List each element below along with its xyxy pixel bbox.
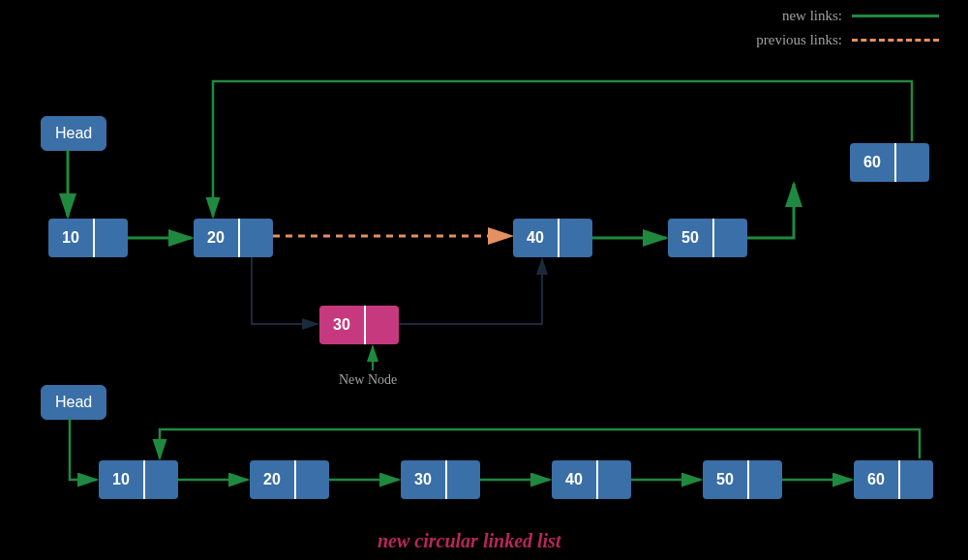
top-node-50-ptr xyxy=(712,219,747,257)
legend-previous-links-line xyxy=(852,39,939,42)
bottom-node-40-ptr xyxy=(596,460,631,499)
bottom-node-20: 20 xyxy=(250,460,329,499)
legend-new-links: new links: xyxy=(756,8,939,24)
bottom-node-40-value: 40 xyxy=(552,460,596,499)
bottom-node-60: 60 xyxy=(854,460,933,499)
legend: new links: previous links: xyxy=(756,8,939,56)
top-node-20: 20 xyxy=(194,219,273,257)
new-node-label: New Node xyxy=(339,372,397,388)
bottom-node-20-value: 20 xyxy=(250,460,294,499)
bottom-node-10-ptr xyxy=(143,460,178,499)
bottom-node-50-ptr xyxy=(747,460,782,499)
legend-previous-links: previous links: xyxy=(756,32,939,48)
bottom-head-label: Head xyxy=(55,394,92,410)
bottom-node-40: 40 xyxy=(552,460,631,499)
legend-previous-links-label: previous links: xyxy=(756,32,842,48)
bottom-node-10-value: 10 xyxy=(99,460,143,499)
top-node-20-value: 20 xyxy=(194,219,238,257)
top-node-30-ptr xyxy=(364,306,399,344)
top-node-60-ptr xyxy=(894,143,929,182)
top-node-10-ptr xyxy=(93,219,128,257)
bottom-node-30-value: 30 xyxy=(401,460,445,499)
arrow-top-50-to-60 xyxy=(747,184,794,238)
bottom-node-60-value: 60 xyxy=(854,460,898,499)
top-head-box: Head xyxy=(41,116,106,151)
top-node-40: 40 xyxy=(513,219,592,257)
legend-new-links-line xyxy=(852,15,939,17)
bottom-node-60-ptr xyxy=(898,460,933,499)
bottom-node-50: 50 xyxy=(703,460,782,499)
top-node-60: 60 xyxy=(850,143,929,182)
top-node-40-ptr xyxy=(558,219,592,257)
top-node-60-value: 60 xyxy=(850,143,894,182)
bottom-node-20-ptr xyxy=(294,460,329,499)
bottom-node-50-value: 50 xyxy=(703,460,747,499)
top-node-10-value: 10 xyxy=(48,219,93,257)
bottom-node-30: 30 xyxy=(401,460,480,499)
top-head-label: Head xyxy=(55,125,92,141)
top-node-10: 10 xyxy=(48,219,128,257)
top-node-30-new: 30 xyxy=(319,306,399,344)
arrow-top-20-to-30 xyxy=(252,257,318,324)
top-node-50-value: 50 xyxy=(668,219,712,257)
arrow-top-60-to-20-circular xyxy=(213,81,912,217)
top-node-50: 50 xyxy=(668,219,747,257)
top-node-20-ptr xyxy=(238,219,273,257)
bottom-node-10: 10 xyxy=(99,460,178,499)
bottom-head-box: Head xyxy=(41,385,106,420)
top-node-30-value: 30 xyxy=(319,306,364,344)
arrow-bottom-head-to-10 xyxy=(70,418,97,480)
legend-new-links-label: new links: xyxy=(782,8,842,24)
bottom-caption: new circular linked list xyxy=(378,530,560,552)
bottom-node-30-ptr xyxy=(445,460,480,499)
top-node-40-value: 40 xyxy=(513,219,558,257)
arrow-bottom-60-to-10-circular xyxy=(160,429,920,458)
arrow-top-30-to-40 xyxy=(399,259,542,324)
